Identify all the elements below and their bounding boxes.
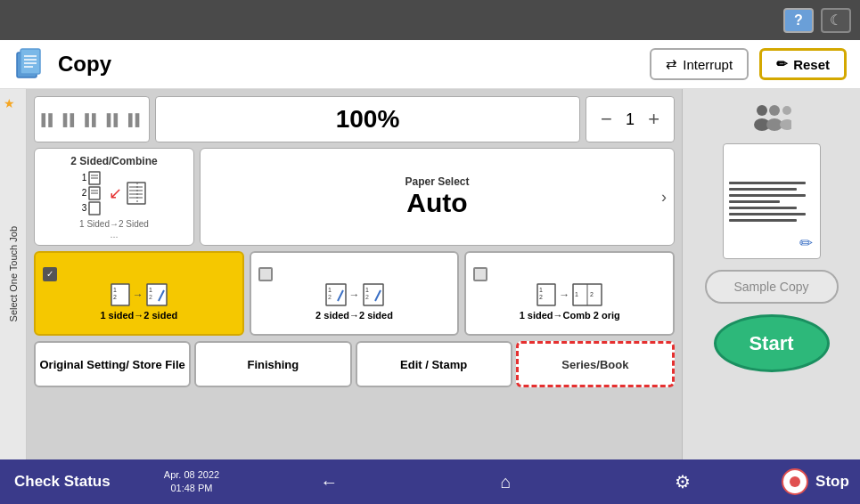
tab-series-book[interactable]: Series/Book [516, 341, 675, 387]
svg-point-46 [780, 119, 791, 130]
checkbox-unchecked-icon [258, 267, 273, 281]
copies-control: − 1 + [586, 96, 675, 142]
interrupt-button[interactable]: ⇄ Interrupt [650, 48, 749, 80]
paper-select-card[interactable]: Paper Select Auto › [200, 148, 675, 246]
svg-text:2: 2 [365, 294, 369, 300]
document-preview: ✏ [723, 143, 821, 259]
page-title: Copy [58, 52, 639, 77]
checkbox-unchecked-icon-2 [473, 267, 487, 281]
pencil-icon: ✏ [799, 233, 813, 253]
svg-rect-13 [127, 183, 145, 204]
reset-button[interactable]: ✏ Reset [759, 48, 847, 80]
duplex-option-1-to-2[interactable]: ✓ 1 2 → 1 2 [34, 251, 244, 336]
svg-text:1: 1 [149, 287, 152, 293]
content-area: ▐▌▐▌▐▌▐▌▐▌ 100% − 1 + 2 Sided/Combine [27, 89, 682, 459]
svg-text:2: 2 [590, 291, 594, 297]
copies-plus-button[interactable]: + [644, 108, 663, 131]
preview-line-6 [729, 213, 806, 215]
copies-minus-button[interactable]: − [597, 108, 616, 131]
help-button[interactable]: ? [783, 8, 814, 33]
svg-text:1: 1 [575, 291, 578, 297]
two-sided-combine-card[interactable]: 2 Sided/Combine 1 2 3 [34, 148, 194, 246]
bottom-tabs: Original Setting/ Store File Finishing E… [34, 341, 675, 387]
preview-line-5 [729, 207, 798, 209]
svg-point-43 [769, 105, 780, 116]
copy-app-icon [13, 47, 47, 81]
svg-text:2: 2 [539, 294, 543, 300]
preview-line-2 [729, 188, 798, 191]
svg-point-45 [782, 106, 791, 115]
svg-text:2: 2 [149, 294, 152, 300]
svg-point-41 [757, 105, 767, 116]
sidebar-item-select-one-touch[interactable]: Select One Touch Job [8, 226, 19, 321]
back-button[interactable]: ← [312, 465, 346, 499]
star-icon: ★ [4, 96, 15, 110]
svg-text:1: 1 [365, 287, 369, 293]
footer-navigation: ← ⌂ ⚙ [241, 465, 771, 499]
svg-text:2: 2 [328, 294, 332, 300]
sample-copy-button[interactable]: Sample Copy [705, 270, 839, 304]
check-status-button[interactable]: Check Status [0, 473, 143, 491]
top-bar: ? ☾ [0, 0, 860, 40]
top-controls-row: ▐▌▐▌▐▌▐▌▐▌ 100% − 1 + [34, 96, 675, 142]
start-button[interactable]: Start [714, 314, 830, 372]
groups-icon [751, 102, 791, 133]
footer: Check Status Apr. 08 2022 01:48 PM ← ⌂ ⚙… [0, 459, 860, 504]
paper-select-arrow-icon: › [661, 188, 667, 207]
duplex-option-2-to-2[interactable]: 1 2 → 1 2 2 sided→2 sided [250, 251, 460, 336]
duplex-option-1-to-comb[interactable]: 1 2 → 1 2 1 sided→Comb 2 orig [464, 251, 675, 336]
right-panel: ✏ Sample Copy Start [682, 89, 860, 459]
feature-cards-row: 2 Sided/Combine 1 2 3 [34, 148, 675, 246]
two-sided-diagram: 1 2 3 ↙ [82, 171, 147, 215]
zoom-bar-display: ▐▌▐▌▐▌▐▌▐▌ [34, 96, 150, 142]
svg-rect-1 [20, 49, 40, 74]
left-sidebar: ★ Select One Touch Job [0, 89, 27, 459]
tab-edit-stamp[interactable]: Edit / Stamp [356, 341, 512, 387]
more-label: ... [110, 229, 118, 240]
sleep-button[interactable]: ☾ [821, 8, 851, 33]
svg-rect-12 [89, 202, 100, 215]
preview-line-1 [729, 182, 806, 184]
checkbox-checked-icon: ✓ [43, 267, 57, 281]
settings-button[interactable]: ⚙ [666, 465, 700, 499]
zoom-value[interactable]: 100% [155, 96, 580, 142]
duplex-options-row: ✓ 1 2 → 1 2 [34, 251, 675, 336]
svg-text:2: 2 [113, 294, 117, 300]
header: Copy ⇄ Interrupt ✏ Reset [0, 40, 860, 89]
preview-line-7 [729, 219, 798, 222]
svg-text:1: 1 [328, 287, 332, 293]
home-button[interactable]: ⌂ [488, 465, 522, 499]
stop-button[interactable]: Stop [771, 468, 860, 495]
preview-line-4 [729, 200, 781, 203]
copies-value: 1 [621, 110, 639, 129]
main-layout: ★ Select One Touch Job ▐▌▐▌▐▌▐▌▐▌ 100% −… [0, 89, 860, 459]
tab-original-setting[interactable]: Original Setting/ Store File [34, 341, 191, 387]
svg-text:1: 1 [539, 287, 543, 293]
svg-text:1: 1 [113, 287, 117, 293]
datetime-display: Apr. 08 2022 01:48 PM [143, 468, 241, 496]
preview-line-3 [729, 194, 806, 197]
tab-finishing[interactable]: Finishing [194, 341, 351, 387]
